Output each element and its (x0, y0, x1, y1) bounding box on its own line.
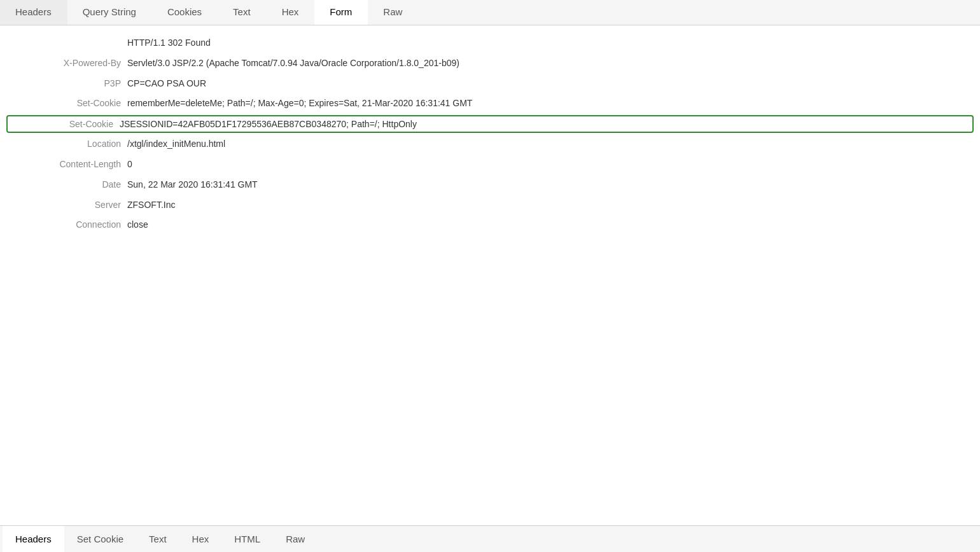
bottom-tab-headers[interactable]: Headers (3, 526, 64, 552)
top-tab-raw[interactable]: Raw (368, 0, 418, 25)
top-tab-cookies[interactable]: Cookies (152, 0, 218, 25)
header-key: P3P (13, 76, 127, 92)
header-row: DateSun, 22 Mar 2020 16:31:41 GMT (0, 175, 980, 195)
header-key: Location (13, 137, 127, 152)
top-tab-text[interactable]: Text (218, 0, 267, 25)
header-key: Set-Cookie (13, 96, 127, 111)
bottom-tab-text[interactable]: Text (136, 526, 179, 552)
header-value: Servlet/3.0 JSP/2.2 (Apache Tomcat/7.0.9… (127, 56, 967, 71)
header-key: Set-Cookie (14, 119, 120, 129)
content-area: HTTP/1.1 302 FoundX-Powered-ByServlet/3.… (0, 25, 980, 525)
header-value: Sun, 22 Mar 2020 16:31:41 GMT (127, 177, 967, 193)
header-key: Date (13, 177, 127, 193)
bottom-tab-hex[interactable]: Hex (179, 526, 222, 552)
bottom-tab-html[interactable]: HTML (221, 526, 273, 552)
header-value: rememberMe=deleteMe; Path=/; Max-Age=0; … (127, 96, 967, 111)
header-row: Location/xtgl/index_initMenu.html (0, 134, 980, 155)
header-value: HTTP/1.1 302 Found (127, 36, 967, 51)
header-row: HTTP/1.1 302 Found (0, 33, 980, 53)
header-value: close (127, 217, 967, 233)
top-tab-form[interactable]: Form (314, 0, 368, 25)
bottom-tab-set-cookie[interactable]: Set Cookie (64, 526, 136, 552)
header-value: /xtgl/index_initMenu.html (127, 137, 967, 152)
header-key: Server (13, 198, 127, 213)
header-row: P3PCP=CAO PSA OUR (0, 74, 980, 94)
header-value: 0 (127, 157, 967, 172)
top-tab-hex[interactable]: Hex (267, 0, 315, 25)
header-row: Connectionclose (0, 215, 980, 235)
top-tab-query-string[interactable]: Query String (67, 0, 152, 25)
bottom-tab-raw[interactable]: Raw (273, 526, 318, 552)
bottom-tab-bar: HeadersSet CookieTextHexHTMLRaw (0, 525, 980, 552)
header-key: Content-Length (13, 157, 127, 172)
top-tab-bar: HeadersQuery StringCookiesTextHexFormRaw (0, 0, 980, 25)
header-row: Content-Length0 (0, 155, 980, 175)
top-tab-headers[interactable]: Headers (0, 0, 67, 25)
header-value: CP=CAO PSA OUR (127, 76, 967, 92)
header-key: X-Powered-By (13, 56, 127, 71)
header-key: Connection (13, 217, 127, 233)
header-row: Set-CookierememberMe=deleteMe; Path=/; M… (0, 93, 980, 114)
header-row: ServerZFSOFT.Inc (0, 195, 980, 216)
header-row: X-Powered-ByServlet/3.0 JSP/2.2 (Apache … (0, 53, 980, 74)
header-value: ZFSOFT.Inc (127, 198, 967, 213)
highlighted-header-row: Set-CookieJSESSIONID=42AFB05D1F17295536A… (6, 115, 974, 133)
header-value: JSESSIONID=42AFB05D1F17295536AEB87CB0348… (120, 119, 966, 129)
